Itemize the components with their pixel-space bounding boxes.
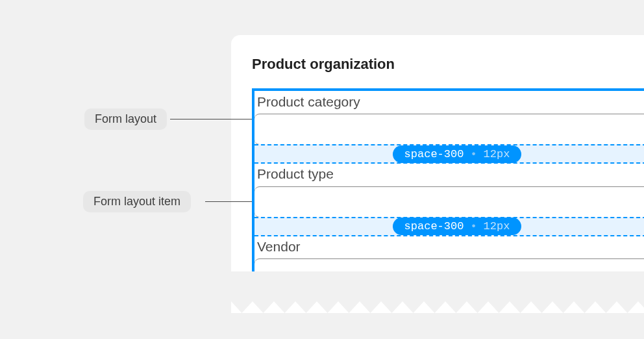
- spacing-value: 12px: [484, 148, 510, 160]
- field-label-type: Product type: [254, 163, 644, 184]
- spacing-indicator: space-300 • 12px: [254, 217, 644, 236]
- annotation-line-form-layout-item: [205, 201, 252, 202]
- separator-dot: •: [470, 220, 477, 232]
- field-label-category: Product category: [254, 91, 644, 112]
- field-input-type[interactable]: [254, 186, 644, 218]
- spacing-token: space-300: [404, 220, 464, 232]
- form-card: Product organization Product category sp…: [231, 35, 644, 271]
- separator-dot: •: [470, 148, 477, 160]
- field-input-category[interactable]: [254, 114, 644, 145]
- spacing-indicator: space-300 • 12px: [254, 144, 644, 164]
- annotation-line-form-layout: [170, 119, 252, 119]
- spacing-value: 12px: [484, 220, 510, 232]
- annotation-form-layout-item: Form layout item: [83, 191, 191, 212]
- field-input-vendor[interactable]: [254, 258, 644, 271]
- card-title: Product organization: [252, 56, 644, 73]
- form-layout-container: Product category space-300 • 12px Produc…: [252, 88, 644, 271]
- spacing-badge: space-300 • 12px: [393, 218, 522, 235]
- spacing-badge: space-300 • 12px: [393, 145, 522, 163]
- spacing-token: space-300: [404, 148, 464, 160]
- field-label-vendor: Vendor: [254, 236, 644, 257]
- annotation-form-layout: Form layout: [84, 108, 167, 130]
- torn-edge-decoration: [231, 313, 644, 339]
